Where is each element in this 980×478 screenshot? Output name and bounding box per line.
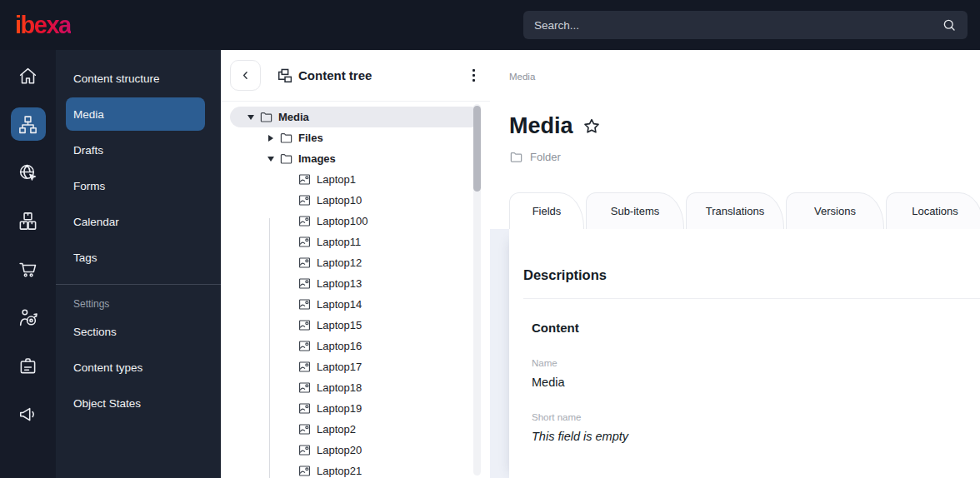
sidebar-item-label: Media [73, 108, 104, 121]
tree-item-images[interactable]: Images [230, 148, 481, 169]
breadcrumb[interactable]: Media [509, 72, 980, 82]
tree-item-laptop1[interactable]: Laptop1 [230, 169, 481, 190]
sidebar-item-content-types[interactable]: Content types [66, 351, 205, 384]
tree-item-laptop12[interactable]: Laptop12 [230, 252, 481, 273]
icon-rail [0, 50, 56, 478]
folder-icon [259, 110, 273, 124]
ibexa-logo[interactable]: ibexa [15, 12, 71, 39]
image-icon [298, 172, 312, 187]
image-icon [298, 276, 312, 291]
tab-locations[interactable]: Locations [886, 192, 980, 229]
image-icon [298, 297, 312, 311]
commerce-icon [18, 259, 38, 280]
field-group-title: Content [532, 321, 963, 335]
sidebar-item-label: Tags [73, 251, 98, 264]
fields-card: Descriptions Content NameMediaShort name… [509, 229, 980, 478]
tab-translations[interactable]: Translations [686, 192, 784, 229]
tree-item-laptop21[interactable]: Laptop21 [230, 461, 481, 478]
content-tree-list: MediaFilesImagesLaptop1Laptop10Laptop100… [221, 102, 490, 478]
rail-item-home[interactable] [11, 59, 46, 92]
tree-item-label: Laptop11 [317, 236, 361, 248]
settings-section-label: Settings [73, 298, 221, 310]
section-divider [523, 298, 980, 299]
tree-item-laptop100[interactable]: Laptop100 [230, 211, 481, 232]
image-icon [298, 443, 312, 457]
caret-down-icon[interactable] [264, 157, 278, 162]
tree-item-laptop17[interactable]: Laptop17 [230, 356, 481, 377]
tree-item-laptop2[interactable]: Laptop2 [230, 419, 481, 440]
image-icon [298, 381, 312, 395]
sidebar-item-label: Content structure [73, 72, 160, 85]
rail-item-content-structure[interactable] [11, 107, 46, 141]
sidebar-item-label: Content types [73, 361, 142, 374]
main-content: Media Media Folder FieldsSub-itemsTransl… [490, 50, 980, 478]
tree-item-laptop13[interactable]: Laptop13 [230, 273, 481, 294]
folder-icon [509, 150, 523, 164]
sidebar-item-media[interactable]: Media [66, 97, 205, 131]
sidebar-item-drafts[interactable]: Drafts [66, 133, 205, 167]
collapse-tree-button[interactable] [230, 60, 261, 91]
rail-item-site-management[interactable] [11, 156, 46, 189]
tree-item-laptop11[interactable]: Laptop11 [230, 232, 481, 252]
tab-label: Versions [814, 205, 856, 217]
tree-item-media[interactable]: Media [230, 107, 481, 127]
tree-item-laptop18[interactable]: Laptop18 [230, 377, 481, 398]
tree-item-label: Images [298, 152, 336, 165]
campaigns-icon [18, 404, 38, 425]
rail-item-product-catalog[interactable] [11, 204, 46, 237]
tree-item-laptop20[interactable]: Laptop20 [230, 440, 481, 461]
image-icon [298, 235, 312, 249]
sidebar-item-content-structure[interactable]: Content structure [66, 62, 205, 95]
page-title-row: Media [509, 113, 980, 139]
favorite-star-icon[interactable] [582, 117, 602, 137]
site-management-icon [18, 162, 38, 183]
image-icon [298, 422, 312, 436]
content-type-label: Folder [530, 151, 561, 163]
tab-sub-items[interactable]: Sub-items [586, 192, 684, 229]
caret-right-icon[interactable] [264, 135, 278, 142]
sidebar-divider [56, 284, 221, 285]
tab-label: Fields [532, 205, 562, 217]
tree-item-laptop15[interactable]: Laptop15 [230, 315, 481, 336]
sidebar-item-label: Sections [73, 326, 117, 338]
search-icon[interactable] [942, 17, 957, 32]
sidebar-item-calendar[interactable]: Calendar [66, 205, 205, 238]
tree-options-kebab-icon[interactable] [469, 66, 479, 86]
search-input[interactable] [534, 19, 942, 32]
tree-item-laptop10[interactable]: Laptop10 [230, 190, 481, 211]
rail-item-admin[interactable] [11, 349, 46, 382]
tree-item-laptop16[interactable]: Laptop16 [230, 336, 481, 356]
image-icon [298, 360, 312, 374]
sidebar-item-object-states[interactable]: Object States [66, 386, 205, 420]
sidebar-item-sections[interactable]: Sections [66, 315, 205, 348]
folder-icon [279, 152, 293, 166]
tree-item-label: Laptop2 [317, 423, 356, 436]
personalization-icon [18, 307, 38, 328]
sidebar-item-label: Object States [73, 397, 141, 410]
sidebar-item-tags[interactable]: Tags [66, 241, 205, 274]
content-tree-panel: Content tree MediaFilesImagesLaptop1Lapt… [221, 50, 490, 478]
caret-down-icon[interactable] [244, 115, 258, 120]
tree-item-label: Laptop13 [317, 277, 362, 290]
tree-item-files[interactable]: Files [230, 127, 481, 148]
tree-item-label: Laptop21 [317, 465, 362, 477]
rail-item-campaigns[interactable] [11, 397, 46, 431]
tree-item-label: Files [298, 132, 323, 144]
image-icon [298, 193, 312, 207]
rail-item-commerce[interactable] [11, 252, 46, 286]
tree-item-label: Laptop18 [317, 381, 362, 394]
tree-scrollbar[interactable] [473, 104, 481, 476]
tree-item-label: Laptop20 [317, 444, 362, 456]
image-icon [298, 464, 312, 478]
tree-item-laptop14[interactable]: Laptop14 [230, 294, 481, 315]
tab-versions[interactable]: Versions [786, 192, 884, 229]
sidebar-item-forms[interactable]: Forms [66, 169, 205, 202]
tree-item-laptop19[interactable]: Laptop19 [230, 398, 481, 419]
rail-item-personalization[interactable] [11, 301, 46, 334]
tab-label: Sub-items [611, 205, 660, 217]
tab-fields[interactable]: Fields [509, 192, 584, 229]
global-search[interactable] [523, 11, 968, 39]
tab-label: Locations [912, 205, 958, 217]
tree-item-label: Laptop17 [317, 361, 362, 373]
tree-scrollbar-thumb[interactable] [473, 106, 481, 192]
